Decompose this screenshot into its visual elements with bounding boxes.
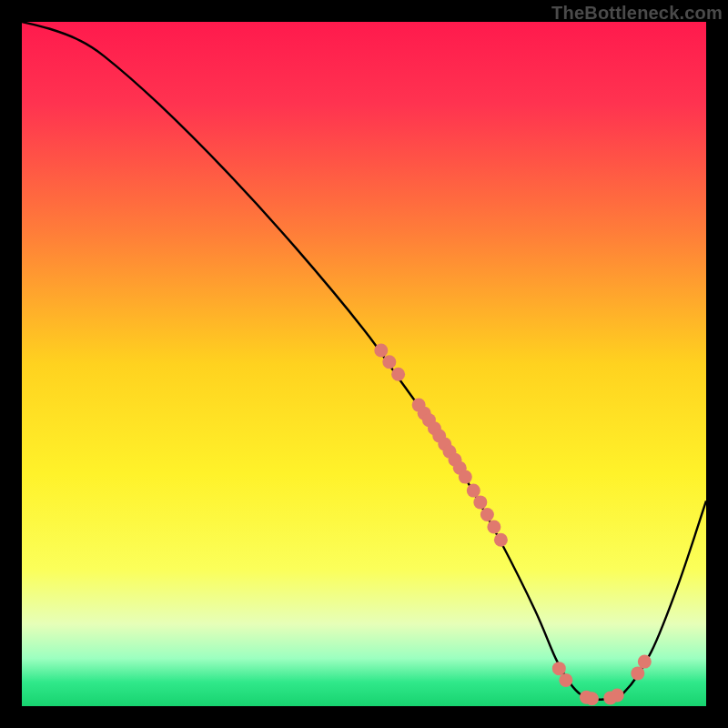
- scatter-points: [374, 343, 652, 705]
- data-point: [552, 662, 566, 675]
- data-point: [391, 368, 405, 381]
- data-point: [467, 484, 480, 498]
- chart-area: [22, 22, 706, 706]
- chart-overlay: [22, 22, 706, 706]
- data-point: [611, 688, 624, 702]
- data-point: [585, 692, 599, 705]
- data-point: [473, 495, 487, 509]
- data-point: [382, 355, 396, 369]
- data-point: [487, 520, 500, 533]
- data-point: [494, 533, 508, 547]
- bottleneck-curve: [22, 22, 706, 700]
- data-point: [459, 470, 472, 484]
- data-point: [631, 666, 644, 680]
- data-point: [559, 673, 572, 687]
- watermark-text: TheBottleneck.com: [551, 3, 723, 24]
- data-point: [480, 508, 494, 521]
- data-point: [638, 655, 652, 669]
- data-point: [374, 343, 388, 357]
